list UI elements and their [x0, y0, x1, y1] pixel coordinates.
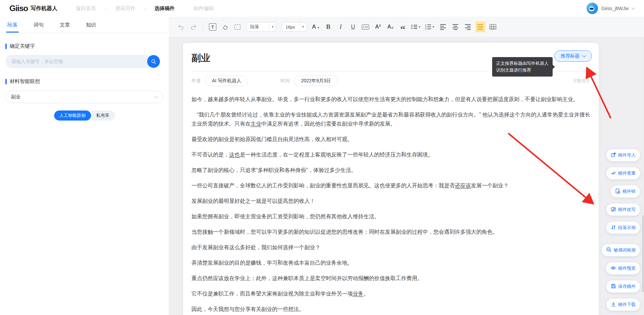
align-justify-icon-glyph — [477, 24, 483, 30]
article-paragraph[interactable]: 当您接触一个新领域时，您可以学习更多的新的知识以促进您的思维改善；同时在发展副业… — [191, 227, 590, 236]
sidebar-tab-文章[interactable]: 文章 — [60, 22, 70, 33]
article-paragraph[interactable]: 重点仍然应该放在学业上；此外，这种兼职本质上是卖空时间并以劳动报酬的价值换取工作… — [191, 274, 590, 283]
article-body[interactable]: 如今，越来越多的年轻人从事副业。毕竟，多一行业和更多的收入可以使您对生活有更大的… — [191, 95, 590, 314]
blockquote-icon[interactable]: “ — [398, 21, 408, 32]
article-paragraph[interactable]: 因此，今天我想与您分享有关副业的一些想法。 — [191, 305, 590, 314]
nav-item-4[interactable]: 稿件编辑 — [194, 5, 214, 12]
align-right-icon-glyph — [465, 24, 471, 30]
paragraph-sample-icon — [611, 225, 616, 231]
align-left-icon[interactable] — [438, 21, 448, 32]
undo-icon[interactable] — [176, 21, 186, 32]
font-color-icon[interactable]: A▼ — [311, 21, 321, 32]
author-value[interactable]: AI 写作机器人 — [205, 76, 248, 86]
tooltip-line1: 正文推荐标题由写作机器人 — [496, 60, 549, 67]
underlined-term: 业务 — [353, 291, 363, 297]
download-icon — [611, 302, 616, 308]
sidebar-tabs: 段落词句文章知识 — [0, 17, 169, 33]
redo-icon[interactable] — [188, 21, 199, 32]
article-paragraph[interactable]: 由于发展副业有这么多好处，我们如何选择一个副业？ — [191, 243, 590, 252]
unordered-list-icon[interactable]: ▼ — [424, 21, 436, 32]
nav-item-3[interactable]: 选择稿件 — [155, 5, 175, 12]
sidebar-tab-段落[interactable]: 段落 — [7, 22, 17, 33]
material-section-label: 材料智能联想 — [10, 78, 40, 85]
rail-button-段落示例[interactable]: 段落示例 — [606, 222, 640, 234]
sidebar-tab-词句[interactable]: 词句 — [34, 22, 44, 33]
table-icon-glyph — [489, 24, 496, 30]
article-paragraph[interactable]: 发展副业的最明显好处之一就是可以提高您的收入！ — [191, 196, 590, 206]
rewrite-icon — [611, 207, 616, 213]
rail-button-保存稿件[interactable]: 保存稿件 — [606, 280, 640, 292]
underlined-term: 还应该 — [455, 183, 471, 188]
source-option-人工智能原创[interactable]: 人工智能原创 — [54, 110, 91, 121]
underline-icon[interactable]: U — [348, 21, 358, 32]
text-style-icon[interactable]: T — [208, 21, 218, 32]
rail-button-稿件查重[interactable]: 稿件查重 — [606, 167, 640, 179]
rail-button-稿件改写[interactable]: 稿件改写 — [606, 204, 640, 216]
align-right-icon[interactable] — [463, 21, 473, 32]
scrollbar-thumb[interactable] — [642, 215, 644, 292]
author-label: 作者 — [191, 78, 201, 84]
article-paragraph[interactable]: 一些公司直接破产，全球数亿人的工作受到影响，副业的重要性也显而易见。这也使更多的… — [191, 181, 590, 190]
article-paragraph[interactable]: 弄清楚发展副业的目的是赚钱，学习和改善或丰富自己的业务余地。 — [191, 258, 590, 267]
sidebar-tab-知识[interactable]: 知识 — [86, 22, 96, 33]
rail-button-稿件预览[interactable]: 稿件预览 — [606, 262, 640, 274]
article-paragraph[interactable]: 如果您拥有副业，即使主营业务的工资受到影响，您仍然有其他收入维持生活。 — [191, 212, 590, 221]
preview-icon — [610, 265, 616, 272]
keyword-section-label: 确定关键字 — [10, 43, 35, 49]
align-center-icon[interactable] — [450, 21, 461, 32]
rail-button-稿件错[interactable]: 稿件错 — [611, 185, 640, 197]
app-root: Giiso 写作机器人 返回首页‹资讯写作‹选择稿件稿件编辑 Giiso_j6W… — [0, 0, 644, 315]
ordered-list-icon-glyph: ▼ — [411, 25, 421, 29]
nav-item-1[interactable]: 返回首页 — [76, 5, 96, 12]
ordered-list-icon[interactable]: ▼ — [410, 21, 422, 32]
sensitive-word-icon: 词 — [606, 247, 612, 254]
blockquote-icon-glyph: “ — [400, 23, 405, 31]
chevron-down-icon — [582, 53, 586, 57]
keyword-search-button[interactable] — [147, 55, 160, 68]
superscript-icon[interactable]: A² — [373, 21, 383, 32]
material-select[interactable]: 副业 — [5, 91, 163, 103]
article-paragraph[interactable]: 它不仅是兼职工作，而且希望大家将副业视为除主业和学业外另一项业务。 — [191, 289, 590, 298]
error-check-icon — [615, 188, 620, 195]
user-menu[interactable]: Giiso_j6WJw — [587, 3, 635, 14]
font-color-icon-glyph: A▼ — [312, 24, 319, 30]
italic-icon[interactable]: I — [336, 21, 346, 32]
article-paragraph[interactable]: 不可否认的是，这也是一种生活态度，在一定程度上客观地反映了一些年轻人的经济压力和… — [191, 150, 590, 159]
font-size-select[interactable]: 16px▼ — [282, 22, 307, 32]
underlined-term: 主业 — [251, 121, 261, 127]
rail-button-label: 稿件错 — [622, 188, 636, 194]
rail-button-敏感词检测[interactable]: 词敏感词检测 — [602, 244, 640, 256]
chevron-down-icon — [154, 94, 158, 98]
source-toggle: 人工智能原创私有库 — [54, 110, 115, 121]
rail-button-稿件下载[interactable]: 稿件下载 — [606, 299, 640, 311]
article-paragraph[interactable]: 如今，越来越多的年轻人从事副业。毕竟，多一行业和更多的收入可以使您对生活有更大的… — [191, 95, 590, 104]
chevron-down-icon: ▼ — [418, 26, 421, 29]
article-paragraph[interactable]: “我们几个朋友曾经讨论过，依靠主业的专业技能或人力资源资源发展副产业是最省力和最… — [191, 110, 590, 128]
superscript-icon-glyph: A² — [375, 24, 381, 30]
source-option-私有库[interactable]: 私有库 — [91, 110, 115, 121]
recommend-title-button[interactable]: 推荐标题 — [554, 50, 592, 62]
word-count-label[interactable]: 字数统计 — [573, 78, 590, 84]
nav-item-2[interactable]: 资讯写作 — [115, 5, 135, 12]
time-value[interactable]: 2022年9月3日 — [294, 76, 338, 86]
recommend-title-label: 推荐标题 — [561, 53, 579, 59]
paragraph-format-select[interactable]: 段落▼ — [247, 22, 276, 32]
rail-button-稿件导入[interactable]: 稿件导入 — [606, 149, 640, 161]
document-card: 副业 作者 AI 写作机器人 时间 2022年9月3日 字数统计 推荐标题 — [183, 43, 599, 315]
subscript-icon[interactable]: A₂ — [385, 21, 395, 32]
keyword-search-input[interactable] — [5, 55, 153, 68]
rail-button-label: 稿件下载 — [618, 302, 636, 308]
select-block-icon[interactable] — [232, 21, 243, 32]
align-left-icon-glyph — [440, 24, 446, 30]
recommend-tooltip: 正文推荐标题由写作机器人 识别主题进行推荐 — [492, 57, 553, 77]
giiso-logo[interactable]: Giiso 写作机器人 — [9, 4, 57, 13]
scrollbar-track[interactable] — [642, 37, 644, 315]
align-center-icon-glyph — [453, 24, 458, 30]
bold-icon[interactable]: B — [323, 21, 333, 32]
align-justify-icon[interactable] — [475, 21, 485, 32]
char-count-icon[interactable]: 123 — [360, 21, 371, 32]
article-paragraph[interactable]: 忽略了副业的核心，只追求“多种职业和各种身份”，体验过多少生活。 — [191, 166, 590, 175]
article-paragraph[interactable]: 最受欢迎的副业是初始原因低门槛且自由灵活性高，收入相对可观。 — [191, 135, 590, 144]
table-icon[interactable] — [488, 21, 498, 32]
eraser-icon[interactable]: ◇ — [220, 21, 230, 32]
